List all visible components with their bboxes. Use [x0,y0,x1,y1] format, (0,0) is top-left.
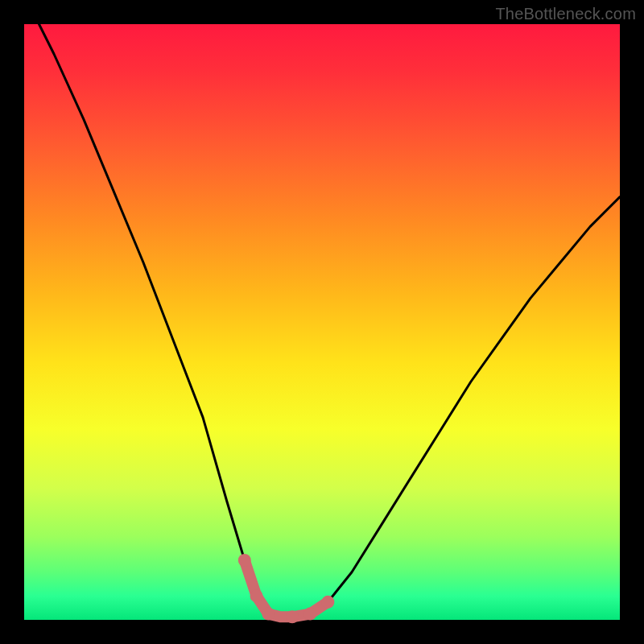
svg-point-3 [286,610,299,623]
highlight-segment [245,560,328,617]
svg-point-0 [238,554,251,567]
main-curve [24,0,620,617]
svg-point-1 [250,589,263,602]
chart-frame: TheBottleneck.com [0,0,644,644]
svg-point-2 [262,608,275,621]
svg-point-5 [321,596,334,609]
svg-point-4 [303,608,316,621]
watermark-text: TheBottleneck.com [495,5,636,23]
plot-area [24,24,620,620]
chart-svg [24,24,620,620]
